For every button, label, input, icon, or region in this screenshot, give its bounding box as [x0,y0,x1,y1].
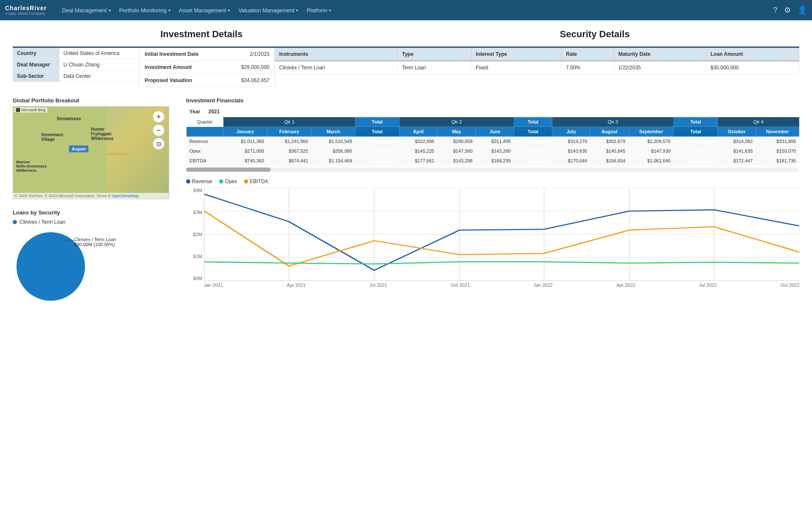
col-type: Type [398,48,472,61]
loans-legend-dot [13,220,17,224]
qtr4-header: Qtr 4 [718,117,799,127]
legend-opex: Opex [219,178,237,184]
chart-area: $4M $3M $2M $1M $0M [186,188,799,288]
cell-type: Term Loan [398,61,472,74]
col-loan-amount: Loan Amount [706,48,799,61]
year-row: Year 2021 [187,107,799,117]
map-title: Global Portfolio Breakout [13,97,178,104]
chevron-down-icon: ▾ [109,8,111,13]
security-details-title: Security Details [390,29,799,40]
help-icon[interactable]: ? [773,6,777,15]
legend-revenue: Revenue [186,178,212,184]
map-controls: + − ⊡ [153,111,165,150]
chart-x-labels: Jan 2021 Apr 2021 Jul 2021 Oct 2021 Jan … [204,281,799,288]
col-maturity-date: Maturity Date [614,48,706,61]
investment-details-title: Investment Details [13,29,390,40]
cell-rate: 7.00% [562,61,614,74]
opex-legend-dot [219,179,223,184]
revenue-legend-dot [186,179,190,184]
map-osm-link[interactable]: © OpenStreetMap [108,194,139,198]
map-footer: © 2023 TomTom, © 2023 Microsoft Corporat… [13,193,169,199]
section-headers: Investment Details Security Details [13,29,799,40]
map-zoom-in[interactable]: + [153,111,165,123]
map-label-snowmass: Snowmass [57,116,81,121]
col-rate: Rate [562,48,614,61]
map-section: Global Portfolio Breakout Snowmass Snowm… [13,97,178,199]
logo-subtext: A Data Street Company [5,11,47,16]
map-zoom-out[interactable]: − [153,124,165,136]
col-instruments: Instruments [275,48,398,61]
table-scrollbar[interactable] [186,168,799,172]
loans-legend: Clinivex / Term Loan [13,219,178,225]
kv-panel: Country United States of America Deal Ma… [13,48,140,87]
loans-legend-label: Clinivex / Term Loan [19,219,66,225]
ebitda-legend-dot [244,179,248,184]
map-label-aspen: Aspen [69,146,88,152]
invest-row-date: Initial Investment Date 2/1/2023 [140,48,274,61]
chevron-down-icon: ▾ [228,8,230,13]
nav-item-deal-management[interactable]: Deal Management ▾ [62,7,110,14]
chevron-down-icon: ▾ [296,8,298,13]
financials-section: Investment Financials Year 2021 Quar [186,97,799,172]
cell-instrument: Clinivex / Term Loan [275,61,398,74]
nav-icons: ? ⚙ 👤 [773,5,807,15]
invest-row-amount: Investment Amount $29,000,000 [140,61,274,74]
pie-label-line [61,240,74,241]
map-select-tool[interactable]: ⊡ [153,138,165,150]
logo-text: CharlesRiver [5,5,47,11]
invest-panel: Initial Investment Date 2/1/2023 Investm… [140,48,275,87]
financials-title: Investment Financials [186,97,799,104]
map-bing-logo: ⬛ Microsoft Bing [14,107,47,113]
ebitda-row: EBITDA $740,360 $874,441 $1,154,469 $2,7… [187,156,799,166]
map-label-snowmass-village: SnowmassVillage [41,132,63,142]
quarter-row: Quarter Qtr 1 Total Qtr 2 Total Qtr 3 To… [187,117,799,127]
chevron-down-icon: ▾ [329,8,331,13]
cell-loan-amount: $30,000,000 [706,61,799,74]
cell-maturity-date: 1/22/2035 [614,61,706,74]
kv-row-deal-manager: Deal Manager Li Chuan Zhang [13,59,139,71]
chart-y-labels: $4M $3M $2M $1M $0M [186,188,202,281]
col-interest-type: Interest Type [472,48,562,61]
qtr1-header: Qtr 1 [223,117,355,127]
loans-title: Loans by Security [13,209,178,216]
settings-icon[interactable]: ⚙ [784,5,791,15]
left-column: Global Portfolio Breakout Snowmass Snowm… [13,97,178,313]
qtr3-header: Qtr 3 [552,117,674,127]
security-table: Instruments Type Interest Type Rate Matu… [275,48,799,74]
nav-item-portfolio-monitoring[interactable]: Portfolio Monitoring ▾ [119,7,170,14]
pie-chart-container: Clinivex / Term Loan $30.00M (100.00%) [13,228,123,313]
legend-ebitda: EBITDA [244,178,268,184]
map-label-maroon: MaroonBells-SnowmassWilderness [16,160,47,173]
opex-row: Opex $271,000 $367,525 $356,080 $994,605… [187,146,799,156]
chart-svg-wrapper [204,188,799,281]
qtr2-header: Qtr 2 [399,117,514,127]
info-row: Country United States of America Deal Ma… [13,47,799,87]
chart-section: Revenue Opex EBITDA $4M $3M [186,178,799,288]
financials-table-wrapper[interactable]: Year 2021 Quarter Qtr 1 Total Qtr 2 Tota… [186,106,799,166]
cell-interest-type: Fixed [472,61,562,74]
right-column: Investment Financials Year 2021 Quar [186,97,799,313]
user-icon[interactable]: 👤 [798,5,807,15]
bottom-row: Global Portfolio Breakout Snowmass Snowm… [13,97,799,313]
month-row: January February March Total April May J… [187,127,799,137]
main-content: Investment Details Security Details Coun… [0,20,812,321]
logo: CharlesRiver A Data Street Company [5,5,47,16]
nav-item-asset-management[interactable]: Asset Management ▾ [179,7,230,14]
pie-label: Clinivex / Term Loan $30.00M (100.00%) [74,237,116,247]
invest-row-valuation: Proposed Valuation $34,062,457 [140,74,274,87]
security-panel: Instruments Type Interest Type Rate Matu… [275,48,799,87]
financials-table: Year 2021 Quarter Qtr 1 Total Qtr 2 Tota… [186,106,799,166]
navbar: CharlesRiver A Data Street Company Deal … [0,0,812,20]
kv-row-country: Country United States of America [13,48,139,59]
revenue-row: Revenue $1,011,360 $1,241,966 $1,510,549… [187,137,799,146]
scrollbar-thumb [186,168,271,172]
map-container: Snowmass SnowmassVillage Aspen HunterFry… [13,106,169,199]
map-background: Snowmass SnowmassVillage Aspen HunterFry… [13,107,169,199]
loans-section: Loans by Security Clinivex / Term Loan C… [13,209,178,313]
chevron-down-icon: ▾ [168,8,170,13]
nav-menu: Deal Management ▾ Portfolio Monitoring ▾… [62,7,763,14]
nav-item-valuation-management[interactable]: Valuation Management ▾ [239,7,299,14]
nav-item-platform[interactable]: Platform ▾ [307,7,331,14]
map-label-hunter: HunterFryingpanWilderness [91,127,113,141]
line-chart-svg [204,188,799,281]
